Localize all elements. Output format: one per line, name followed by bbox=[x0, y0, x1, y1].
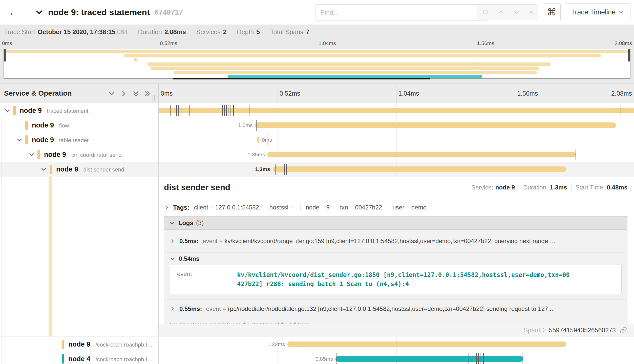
tree-guide bbox=[2, 177, 2, 336]
axis-tick: 0.52ms bbox=[160, 40, 177, 46]
tree-guide bbox=[2, 352, 2, 364]
prev-result-chevron-up-icon[interactable] bbox=[497, 9, 504, 16]
span-bar[interactable] bbox=[257, 137, 259, 143]
span-name-cell[interactable]: node 9 traced statement bbox=[0, 103, 159, 118]
expand-all-double-chevron-right-icon[interactable] bbox=[142, 88, 153, 99]
span-timeline-cell: 0.85ms bbox=[159, 352, 634, 364]
span-color-bar bbox=[25, 135, 28, 144]
minimap-span-bar bbox=[174, 71, 537, 74]
trace-collapse-chevron-icon[interactable] bbox=[35, 8, 44, 16]
span-name-cell[interactable]: node 4 /cockroach.roachpb.I… bbox=[0, 352, 159, 364]
duration-label: Duration: bbox=[523, 184, 548, 191]
find-input[interactable] bbox=[315, 4, 488, 20]
collapse-one-chevron-down-icon[interactable] bbox=[106, 88, 117, 99]
span-name: node 9 flow bbox=[32, 121, 69, 129]
minimap-span-bar bbox=[4, 50, 630, 53]
span-row: node 9 table reader 0ms bbox=[0, 133, 634, 147]
span-name-cell[interactable]: node 9 txn coordinator send bbox=[0, 147, 159, 162]
span-name-cell[interactable]: node 9 flow bbox=[0, 118, 159, 133]
next-result-chevron-down-icon[interactable] bbox=[513, 9, 520, 16]
span-bar[interactable] bbox=[267, 152, 576, 157]
span-detail-header: dist sender send Service: node 9 Duratio… bbox=[164, 177, 627, 192]
span-name: node 9 txn coordinator send bbox=[44, 151, 122, 159]
span-duration-label: 1.6ms bbox=[238, 122, 252, 128]
log-accordion-header[interactable]: 0.54ms bbox=[170, 252, 622, 265]
log-entry-expanded: 0.54ms event kv/kvclient/kvcoord/dist_se… bbox=[164, 252, 627, 300]
span-color-bar bbox=[25, 121, 28, 130]
expand-one-chevron-right-icon[interactable] bbox=[118, 88, 129, 99]
collapse-chevron-icon[interactable] bbox=[4, 107, 11, 114]
column-resizer[interactable] bbox=[153, 95, 156, 101]
deep-link-icon[interactable] bbox=[620, 327, 627, 334]
minimap[interactable] bbox=[4, 49, 630, 79]
divider bbox=[335, 204, 335, 211]
span-row: node 9 traced statement bbox=[0, 103, 634, 118]
span-name-cell[interactable]: node 9 table reader bbox=[0, 133, 159, 147]
back-button[interactable]: ← bbox=[0, 0, 27, 24]
keyboard-shortcuts-button[interactable]: ⌘ bbox=[543, 3, 561, 21]
logs-accordion-header[interactable]: Logs (3) bbox=[164, 217, 627, 230]
log-entry[interactable]: 0.55ms: event = rpc/nodedialer/nodediale… bbox=[164, 300, 627, 318]
tree-guide bbox=[14, 337, 14, 352]
divider bbox=[264, 204, 264, 211]
trace-view-select[interactable]: Trace Timeline bbox=[565, 3, 630, 21]
axis-tick: 1.56ms bbox=[477, 40, 494, 46]
tree-guide bbox=[14, 177, 14, 336]
back-arrow-icon: ← bbox=[9, 7, 19, 18]
collapse-chevron-icon[interactable] bbox=[40, 166, 47, 173]
tag-item: user = demo bbox=[392, 204, 426, 211]
span-duration-label: 1.22ms bbox=[267, 341, 285, 347]
minimap-view-range bbox=[4, 78, 630, 79]
span-name-cell[interactable]: node 9 /cockroach.roachpb.I… bbox=[0, 337, 159, 352]
services-label: Services bbox=[196, 28, 221, 36]
duration-label: Duration bbox=[138, 28, 162, 36]
span-duration-label: 0ms bbox=[262, 137, 272, 143]
span-bar[interactable] bbox=[273, 166, 566, 172]
span-timeline-cell bbox=[159, 103, 634, 118]
locate-icon[interactable] bbox=[482, 9, 489, 16]
span-row: node 9 flow 1.6ms bbox=[0, 118, 634, 133]
span-bar[interactable] bbox=[287, 341, 566, 347]
collapse-chevron-icon[interactable] bbox=[16, 137, 23, 143]
duration-value: 2.08ms bbox=[164, 28, 186, 36]
span-detail-panel: dist sender send Service: node 9 Duratio… bbox=[0, 177, 634, 336]
span-name-cell[interactable]: node 9 dist sender send bbox=[0, 162, 159, 177]
equals-sign: = bbox=[290, 205, 293, 210]
tree-guide bbox=[14, 162, 14, 177]
axis-tick: 0ms bbox=[2, 40, 12, 46]
span-bar[interactable] bbox=[335, 356, 523, 362]
span-detail-title: dist sender send bbox=[164, 183, 230, 192]
span-detail-indent bbox=[0, 177, 159, 336]
tag-key: txn bbox=[340, 204, 348, 211]
tree-guide bbox=[26, 337, 26, 352]
span-color-bar bbox=[50, 165, 52, 174]
minimap-view-range-line[interactable] bbox=[173, 78, 430, 79]
collapse-chevron-icon[interactable] bbox=[28, 151, 35, 158]
tag-key: client bbox=[194, 204, 208, 211]
gridline bbox=[278, 133, 278, 147]
minimap-scrubber-handle-left[interactable] bbox=[4, 49, 6, 61]
tag-value: demo bbox=[411, 204, 427, 211]
clear-search-close-icon[interactable]: × bbox=[529, 8, 533, 16]
service-label: Service: bbox=[471, 184, 493, 191]
span-timeline-cell: 0ms bbox=[159, 133, 634, 147]
operation-name: /cockroach.roachpb.I… bbox=[95, 356, 153, 362]
gridline bbox=[278, 352, 278, 364]
span-name: node 4 /cockroach.roachpb.I… bbox=[68, 355, 153, 363]
trace-id: 6749717 bbox=[154, 8, 183, 16]
span-name: node 9 dist sender send bbox=[56, 165, 124, 173]
tree-guide bbox=[26, 352, 26, 364]
log-entry[interactable]: 0.5ms: event = kv/kvclient/kvcoord/range… bbox=[164, 230, 627, 252]
trace-summary-zone: Trace Start October 15 2020, 17:38:15 .0… bbox=[0, 25, 634, 83]
minimap-scrubber-handle-right[interactable] bbox=[628, 49, 630, 61]
operation-name: dist sender send bbox=[83, 166, 124, 173]
collapse-all-double-chevron-down-icon[interactable] bbox=[131, 88, 141, 99]
span-name: node 9 /cockroach.roachpb.I… bbox=[68, 340, 153, 348]
tree-guide bbox=[38, 337, 38, 352]
trace-view-label: Trace Timeline bbox=[571, 8, 616, 16]
gridline bbox=[396, 133, 397, 147]
minimap-span-bar bbox=[228, 75, 482, 78]
tags-accordion[interactable]: Tags: client = 127.0.0.1:54582 hostssl =… bbox=[164, 202, 627, 213]
span-bar[interactable] bbox=[159, 108, 634, 113]
span-bar[interactable] bbox=[255, 122, 616, 128]
